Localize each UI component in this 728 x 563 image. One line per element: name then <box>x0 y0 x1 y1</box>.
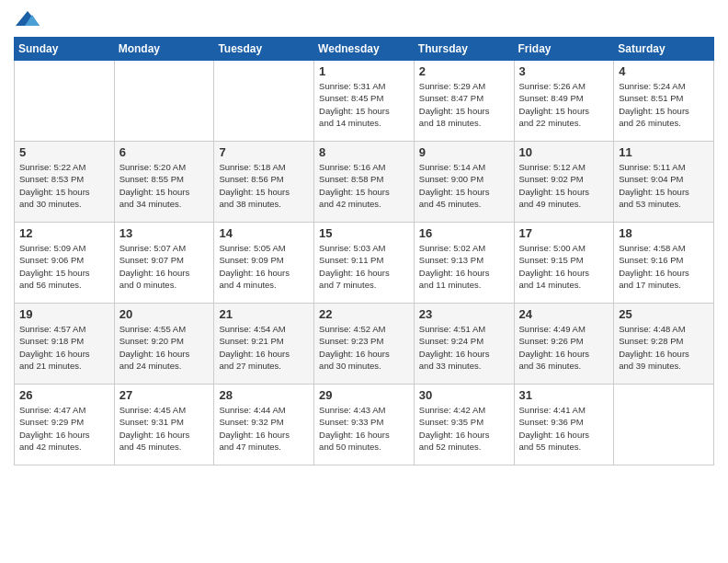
logo-icon <box>14 9 41 29</box>
day-info: Sunrise: 5:14 AM Sunset: 9:00 PM Dayligh… <box>419 161 509 210</box>
calendar-cell: 7Sunrise: 5:18 AM Sunset: 8:56 PM Daylig… <box>214 142 314 223</box>
calendar-cell: 19Sunrise: 4:57 AM Sunset: 9:18 PM Dayli… <box>15 304 115 385</box>
day-number: 17 <box>519 226 609 240</box>
calendar-week-row: 26Sunrise: 4:47 AM Sunset: 9:29 PM Dayli… <box>15 385 714 465</box>
day-number: 13 <box>119 226 210 240</box>
day-number: 19 <box>19 307 109 321</box>
day-info: Sunrise: 4:52 AM Sunset: 9:23 PM Dayligh… <box>319 323 409 372</box>
day-number: 22 <box>319 307 409 321</box>
calendar-cell: 22Sunrise: 4:52 AM Sunset: 9:23 PM Dayli… <box>314 304 415 385</box>
day-number: 25 <box>619 307 709 321</box>
day-number: 5 <box>19 145 109 159</box>
calendar-cell: 20Sunrise: 4:55 AM Sunset: 9:20 PM Dayli… <box>114 304 214 385</box>
calendar-cell: 3Sunrise: 5:26 AM Sunset: 8:49 PM Daylig… <box>514 61 614 142</box>
header-day: Sunday <box>15 38 115 61</box>
day-info: Sunrise: 5:03 AM Sunset: 9:11 PM Dayligh… <box>319 242 409 291</box>
day-info: Sunrise: 4:45 AM Sunset: 9:31 PM Dayligh… <box>119 404 210 453</box>
calendar-cell: 16Sunrise: 5:02 AM Sunset: 9:13 PM Dayli… <box>414 223 514 304</box>
day-number: 2 <box>419 64 509 78</box>
day-info: Sunrise: 4:49 AM Sunset: 9:26 PM Dayligh… <box>519 323 609 372</box>
day-info: Sunrise: 5:00 AM Sunset: 9:15 PM Dayligh… <box>519 242 609 291</box>
day-number: 21 <box>219 307 309 321</box>
day-info: Sunrise: 4:58 AM Sunset: 9:16 PM Dayligh… <box>619 242 709 291</box>
day-number: 7 <box>219 145 309 159</box>
day-info: Sunrise: 5:12 AM Sunset: 9:02 PM Dayligh… <box>519 161 609 210</box>
calendar-cell: 18Sunrise: 4:58 AM Sunset: 9:16 PM Dayli… <box>614 223 714 304</box>
calendar-cell: 11Sunrise: 5:11 AM Sunset: 9:04 PM Dayli… <box>614 142 714 223</box>
day-info: Sunrise: 4:41 AM Sunset: 9:36 PM Dayligh… <box>519 404 609 453</box>
calendar-week-row: 19Sunrise: 4:57 AM Sunset: 9:18 PM Dayli… <box>15 304 714 385</box>
day-info: Sunrise: 5:09 AM Sunset: 9:06 PM Dayligh… <box>19 242 109 291</box>
calendar-cell: 12Sunrise: 5:09 AM Sunset: 9:06 PM Dayli… <box>15 223 115 304</box>
day-info: Sunrise: 5:07 AM Sunset: 9:07 PM Dayligh… <box>119 242 210 291</box>
day-info: Sunrise: 5:24 AM Sunset: 8:51 PM Dayligh… <box>619 80 709 129</box>
page-header <box>14 9 714 29</box>
day-info: Sunrise: 5:31 AM Sunset: 8:45 PM Dayligh… <box>319 80 409 129</box>
day-number: 20 <box>119 307 210 321</box>
day-info: Sunrise: 5:29 AM Sunset: 8:47 PM Dayligh… <box>419 80 509 129</box>
calendar-cell: 24Sunrise: 4:49 AM Sunset: 9:26 PM Dayli… <box>514 304 614 385</box>
day-info: Sunrise: 5:26 AM Sunset: 8:49 PM Dayligh… <box>519 80 609 129</box>
day-number: 9 <box>419 145 509 159</box>
day-number: 27 <box>119 388 210 402</box>
calendar-table: SundayMondayTuesdayWednesdayThursdayFrid… <box>14 37 714 465</box>
day-number: 11 <box>619 145 709 159</box>
calendar-cell: 15Sunrise: 5:03 AM Sunset: 9:11 PM Dayli… <box>314 223 415 304</box>
day-number: 10 <box>519 145 609 159</box>
calendar-cell: 21Sunrise: 4:54 AM Sunset: 9:21 PM Dayli… <box>214 304 314 385</box>
day-number: 15 <box>319 226 409 240</box>
calendar-cell: 31Sunrise: 4:41 AM Sunset: 9:36 PM Dayli… <box>514 385 614 465</box>
day-number: 28 <box>219 388 309 402</box>
calendar-header: SundayMondayTuesdayWednesdayThursdayFrid… <box>15 38 714 61</box>
calendar-cell: 4Sunrise: 5:24 AM Sunset: 8:51 PM Daylig… <box>614 61 714 142</box>
calendar-cell: 27Sunrise: 4:45 AM Sunset: 9:31 PM Dayli… <box>114 385 214 465</box>
day-info: Sunrise: 5:02 AM Sunset: 9:13 PM Dayligh… <box>419 242 509 291</box>
day-info: Sunrise: 4:51 AM Sunset: 9:24 PM Dayligh… <box>419 323 509 372</box>
day-info: Sunrise: 5:22 AM Sunset: 8:53 PM Dayligh… <box>19 161 109 210</box>
day-info: Sunrise: 4:54 AM Sunset: 9:21 PM Dayligh… <box>219 323 309 372</box>
day-info: Sunrise: 5:16 AM Sunset: 8:58 PM Dayligh… <box>319 161 409 210</box>
header-day: Tuesday <box>214 38 314 61</box>
calendar-cell <box>614 385 714 465</box>
calendar-cell: 5Sunrise: 5:22 AM Sunset: 8:53 PM Daylig… <box>15 142 115 223</box>
calendar-body: 1Sunrise: 5:31 AM Sunset: 8:45 PM Daylig… <box>15 61 714 465</box>
day-number: 23 <box>419 307 509 321</box>
calendar-cell: 6Sunrise: 5:20 AM Sunset: 8:55 PM Daylig… <box>114 142 214 223</box>
day-info: Sunrise: 4:48 AM Sunset: 9:28 PM Dayligh… <box>619 323 709 372</box>
day-number: 12 <box>19 226 109 240</box>
calendar-cell: 23Sunrise: 4:51 AM Sunset: 9:24 PM Dayli… <box>414 304 514 385</box>
day-number: 14 <box>219 226 309 240</box>
day-info: Sunrise: 5:11 AM Sunset: 9:04 PM Dayligh… <box>619 161 709 210</box>
calendar-cell: 2Sunrise: 5:29 AM Sunset: 8:47 PM Daylig… <box>414 61 514 142</box>
calendar-cell: 30Sunrise: 4:42 AM Sunset: 9:35 PM Dayli… <box>414 385 514 465</box>
calendar-cell: 26Sunrise: 4:47 AM Sunset: 9:29 PM Dayli… <box>15 385 115 465</box>
day-info: Sunrise: 5:05 AM Sunset: 9:09 PM Dayligh… <box>219 242 309 291</box>
calendar-cell: 9Sunrise: 5:14 AM Sunset: 9:00 PM Daylig… <box>414 142 514 223</box>
calendar-cell: 13Sunrise: 5:07 AM Sunset: 9:07 PM Dayli… <box>114 223 214 304</box>
calendar-cell: 17Sunrise: 5:00 AM Sunset: 9:15 PM Dayli… <box>514 223 614 304</box>
calendar-cell: 28Sunrise: 4:44 AM Sunset: 9:32 PM Dayli… <box>214 385 314 465</box>
day-number: 6 <box>119 145 210 159</box>
day-number: 4 <box>619 64 709 78</box>
day-number: 3 <box>519 64 609 78</box>
header-day: Monday <box>114 38 214 61</box>
header-day: Thursday <box>414 38 514 61</box>
day-number: 29 <box>319 388 409 402</box>
calendar-week-row: 12Sunrise: 5:09 AM Sunset: 9:06 PM Dayli… <box>15 223 714 304</box>
calendar-cell: 14Sunrise: 5:05 AM Sunset: 9:09 PM Dayli… <box>214 223 314 304</box>
day-number: 8 <box>319 145 409 159</box>
day-info: Sunrise: 4:57 AM Sunset: 9:18 PM Dayligh… <box>19 323 109 372</box>
day-info: Sunrise: 5:20 AM Sunset: 8:55 PM Dayligh… <box>119 161 210 210</box>
day-info: Sunrise: 4:42 AM Sunset: 9:35 PM Dayligh… <box>419 404 509 453</box>
header-row: SundayMondayTuesdayWednesdayThursdayFrid… <box>15 38 714 61</box>
calendar-cell: 8Sunrise: 5:16 AM Sunset: 8:58 PM Daylig… <box>314 142 415 223</box>
day-info: Sunrise: 5:18 AM Sunset: 8:56 PM Dayligh… <box>219 161 309 210</box>
day-number: 26 <box>19 388 109 402</box>
day-info: Sunrise: 4:43 AM Sunset: 9:33 PM Dayligh… <box>319 404 409 453</box>
day-number: 1 <box>319 64 409 78</box>
header-day: Friday <box>514 38 614 61</box>
day-number: 24 <box>519 307 609 321</box>
day-info: Sunrise: 4:44 AM Sunset: 9:32 PM Dayligh… <box>219 404 309 453</box>
day-number: 30 <box>419 388 509 402</box>
header-day: Wednesday <box>314 38 415 61</box>
